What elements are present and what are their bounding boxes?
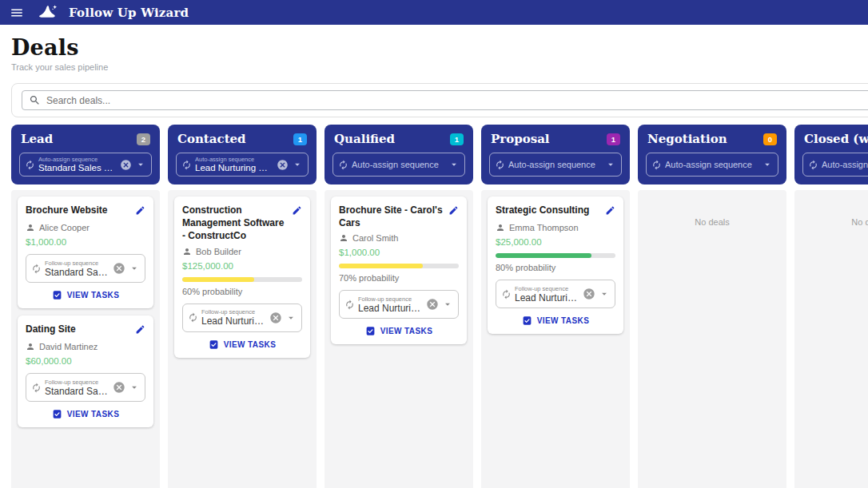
- followup-sequence-select[interactable]: Follow-up sequence Lead Nurturing Sequen…: [182, 304, 302, 332]
- chevron-down-icon: [292, 159, 303, 170]
- clear-icon[interactable]: [269, 311, 282, 324]
- chevron-down-icon: [448, 159, 460, 170]
- wizard-hat-logo-icon: [37, 4, 59, 21]
- person-icon: [496, 223, 505, 232]
- followup-sequence-select[interactable]: Follow-up sequence Lead Nurturing Sequen…: [496, 280, 615, 308]
- edit-icon[interactable]: [135, 204, 145, 219]
- deal-card[interactable]: Brochure Website Alice Cooper $1,000.00 …: [18, 196, 153, 308]
- deal-card[interactable]: Strategic Consulting Emma Thompson $25,0…: [488, 196, 623, 334]
- column-body: Strategic Consulting Emma Thompson $25,0…: [481, 190, 630, 488]
- followup-sequence-select[interactable]: Follow-up sequence Standard Sales Follow…: [26, 254, 145, 283]
- column-header: Contacted 1 Auto-assign sequence Lead Nu…: [168, 125, 317, 184]
- chevron-down-icon: [129, 382, 140, 393]
- column-count-badge: 0: [763, 133, 777, 145]
- autorenew-icon: [338, 160, 348, 170]
- chevron-down-icon: [285, 312, 297, 323]
- page-subtitle: Track your sales pipeline: [11, 62, 868, 72]
- person-icon: [339, 233, 348, 243]
- clear-icon[interactable]: [113, 262, 125, 275]
- select-placeholder: Auto-assign sequence: [665, 160, 759, 169]
- auto-assign-sequence-select[interactable]: Auto-assign sequence: [646, 153, 778, 177]
- deal-contact-name: Bob Builder: [196, 247, 241, 256]
- view-tasks-label: VIEW TASKS: [224, 340, 276, 349]
- deal-title: Brochure Site - Carol's Cars: [339, 204, 444, 229]
- menu-icon[interactable]: [10, 6, 24, 20]
- column-header: Negotiation 0 Auto-assign sequence: [638, 125, 786, 184]
- column-count-badge: 1: [293, 133, 307, 145]
- view-tasks-button[interactable]: VIEW TASKS: [182, 339, 302, 350]
- view-tasks-button[interactable]: VIEW TASKS: [26, 409, 145, 419]
- clear-icon[interactable]: [277, 159, 289, 171]
- column-proposal: Proposal 1 Auto-assign sequence Strategi…: [481, 125, 630, 488]
- view-tasks-label: VIEW TASKS: [67, 410, 119, 419]
- auto-assign-sequence-select[interactable]: Auto-assign sequence: [332, 153, 465, 177]
- autorenew-icon: [651, 160, 662, 170]
- followup-sequence-select[interactable]: Follow-up sequence Lead Nurturing Sequen…: [339, 290, 459, 319]
- no-deals-label: No deals: [801, 196, 868, 227]
- clear-icon[interactable]: [120, 159, 132, 171]
- column-title: Contacted: [177, 132, 246, 146]
- select-value: Lead Nurturing Sequence: [201, 315, 266, 327]
- column-title: Closed (won): [804, 132, 868, 146]
- select-label: Follow-up sequence: [45, 260, 109, 267]
- auto-assign-sequence-select[interactable]: Auto-assign sequence Lead Nurturing Sequ…: [176, 153, 309, 177]
- probability-label: 70% probability: [339, 273, 459, 283]
- app-bar: Follow Up Wizard: [0, 0, 868, 25]
- search-card: [11, 83, 868, 117]
- tasks-icon: [52, 409, 62, 419]
- person-icon: [26, 223, 35, 232]
- chevron-down-icon: [442, 299, 453, 310]
- auto-assign-sequence-select[interactable]: Auto-assign sequence Standard Sales Foll…: [19, 153, 152, 177]
- search-field: [22, 90, 868, 110]
- select-value: Lead Nurturing Sequence: [515, 292, 579, 304]
- chevron-down-icon: [599, 288, 610, 300]
- column-lead: Lead 2 Auto-assign sequence Standard Sal…: [11, 125, 160, 488]
- view-tasks-button[interactable]: VIEW TASKS: [26, 290, 145, 300]
- select-value: Standard Sales Follow-up: [38, 163, 117, 173]
- deal-contact-name: Alice Cooper: [39, 223, 90, 232]
- clear-icon[interactable]: [583, 288, 595, 300]
- column-title: Proposal: [491, 132, 550, 146]
- deal-value: $1,000.00: [339, 248, 459, 257]
- clear-icon[interactable]: [113, 381, 125, 394]
- edit-icon[interactable]: [135, 323, 145, 338]
- deal-card[interactable]: Dating Site David Martinez $60,000.00 Fo…: [18, 315, 153, 427]
- view-tasks-button[interactable]: VIEW TASKS: [496, 315, 615, 326]
- deal-card[interactable]: Brochure Site - Carol's Cars Carol Smith…: [331, 196, 467, 344]
- column-body: No deals: [794, 190, 868, 488]
- person-icon: [26, 342, 35, 351]
- edit-icon[interactable]: [292, 204, 302, 219]
- chevron-down-icon: [605, 159, 616, 170]
- page-title: Deals: [11, 35, 868, 60]
- deals-board: Lead 2 Auto-assign sequence Standard Sal…: [11, 125, 868, 488]
- select-label: Follow-up sequence: [45, 379, 109, 386]
- column-header: Lead 2 Auto-assign sequence Standard Sal…: [11, 125, 160, 184]
- deal-card[interactable]: Construction Management Software - Const…: [174, 196, 310, 358]
- autorenew-icon: [31, 264, 42, 274]
- deal-contact-name: David Martinez: [39, 342, 98, 351]
- deal-value: $25,000.00: [496, 237, 615, 247]
- autorenew-icon: [501, 289, 512, 300]
- column-header: Closed (won) Auto-assign sequence: [794, 125, 868, 184]
- column-header: Qualified 1 Auto-assign sequence: [325, 125, 473, 184]
- probability-progress-bar: [339, 264, 459, 268]
- search-input[interactable]: [46, 95, 868, 106]
- clear-icon[interactable]: [426, 298, 439, 311]
- auto-assign-sequence-select[interactable]: Auto-assign sequence: [802, 153, 868, 177]
- autorenew-icon: [495, 160, 505, 170]
- chevron-down-icon: [135, 159, 146, 170]
- view-tasks-button[interactable]: VIEW TASKS: [339, 326, 459, 336]
- select-value: Standard Sales Follow-up: [45, 386, 109, 397]
- autorenew-icon: [25, 160, 35, 170]
- column-contacted: Contacted 1 Auto-assign sequence Lead Nu…: [168, 125, 317, 488]
- followup-sequence-select[interactable]: Follow-up sequence Standard Sales Follow…: [26, 373, 145, 402]
- edit-icon[interactable]: [605, 204, 615, 219]
- auto-assign-sequence-select[interactable]: Auto-assign sequence: [489, 153, 622, 177]
- deal-title: Dating Site: [26, 323, 76, 335]
- deal-contact-name: Carol Smith: [352, 233, 398, 243]
- select-value: Lead Nurturing Sequence: [358, 303, 423, 314]
- edit-icon[interactable]: [448, 204, 459, 219]
- column-count-badge: 1: [607, 133, 620, 145]
- probability-label: 60% probability: [182, 287, 302, 296]
- column-title: Negotiation: [647, 132, 727, 146]
